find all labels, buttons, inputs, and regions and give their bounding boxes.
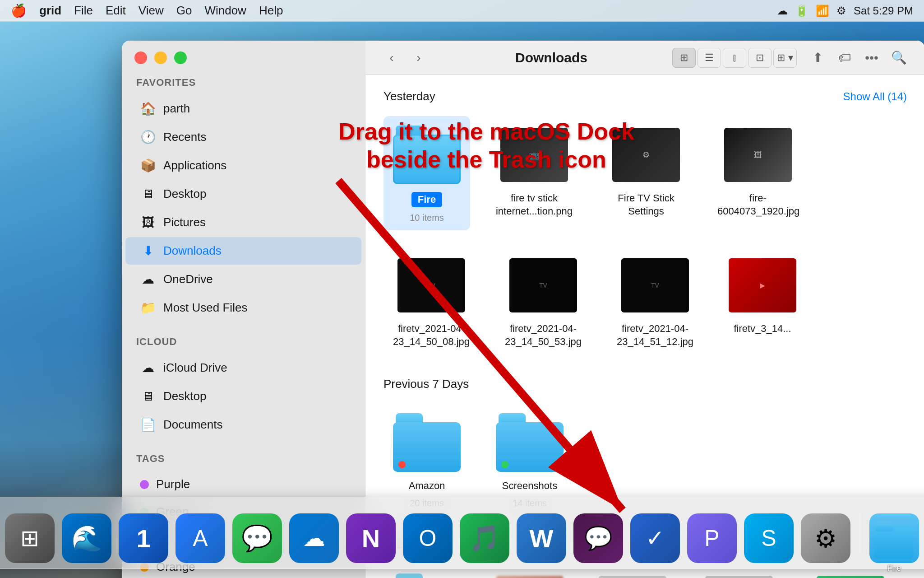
finder-menu[interactable]: grid — [39, 4, 61, 18]
edit-menu[interactable]: Edit — [106, 4, 126, 18]
sidebar-item-pictures[interactable]: 🖼 Pictures — [125, 209, 361, 236]
yesterday-grid: Fire 10 items 📺 fire tv stick internet..… — [383, 116, 907, 355]
dock-pixelmator[interactable]: P — [687, 513, 737, 563]
toolbar-title: Downloads — [439, 50, 663, 65]
apple-menu[interactable]: 🍎 — [11, 3, 27, 18]
yesterday-header: Yesterday Show All (14) — [383, 89, 907, 103]
forward-button[interactable]: › — [407, 48, 430, 68]
dock-launchpad-icon: ⊞ — [5, 513, 55, 563]
sidebar-item-most-used-label: Most Used Files — [163, 301, 247, 315]
downloads-icon: ⬇ — [140, 243, 156, 258]
dock-messages-icon: 💬 — [232, 513, 282, 563]
sidebar-item-documents[interactable]: 📄 Documents — [125, 411, 361, 438]
dock-messages[interactable]: 💬 — [232, 513, 282, 563]
dock-syspreferences[interactable]: ⚙ — [801, 513, 850, 563]
tag-button[interactable]: 🏷 — [833, 48, 856, 68]
dock-slack[interactable]: 💬 — [573, 513, 623, 563]
fire-folder-item[interactable]: Fire 10 items — [383, 116, 470, 230]
dock-edge[interactable]: 🌊 — [62, 513, 111, 563]
sidebar-icloud-section: iCloud ☁ iCloud Drive 🖥 Desktop 📄 Docume… — [122, 336, 365, 438]
firetv-red-thumb: ▶ — [729, 258, 796, 312]
firetv3-thumb: TV — [621, 258, 689, 312]
sidebar-item-parth[interactable]: 🏠 parth — [125, 95, 361, 122]
firetv-red-item[interactable]: ▶ firetv_3_14... — [719, 247, 806, 355]
close-button[interactable] — [134, 51, 147, 64]
firetv3-item[interactable]: TV firetv_2021-04-23_14_51_12.jpg — [607, 247, 703, 355]
dock-skype[interactable]: S — [744, 513, 794, 563]
back-button[interactable]: ‹ — [380, 48, 403, 68]
dock-appstore-icon: A — [176, 513, 225, 563]
sidebar-item-onedrive[interactable]: ☁ OneDrive — [125, 266, 361, 293]
view-buttons: ⊞ ☰ ⫿ ⊡ ⊞ ▾ — [672, 48, 797, 68]
dock-onedrive-icon: ☁ — [289, 513, 339, 563]
search-button[interactable]: 🔍 — [887, 48, 910, 68]
gallery-view-button[interactable]: ⊡ — [748, 48, 772, 68]
sidebar-item-desktop[interactable]: 🖥 Desktop — [125, 180, 361, 208]
yesterday-section: Yesterday Show All (14) Fire — [383, 89, 907, 355]
dock-onenote[interactable]: N — [346, 513, 396, 563]
sidebar-item-purple[interactable]: Purple — [125, 471, 361, 498]
column-view-button[interactable]: ⫿ — [723, 48, 746, 68]
help-menu[interactable]: Help — [259, 4, 283, 18]
sidebar-item-icloud-drive[interactable]: ☁ iCloud Drive — [125, 354, 361, 382]
applications-icon: 📦 — [140, 158, 156, 173]
show-all-yesterday[interactable]: Show All (14) — [843, 90, 907, 103]
dock-tasks[interactable]: ✓ — [630, 513, 680, 563]
icon-view-button[interactable]: ⊞ — [672, 48, 696, 68]
icloud-drive-icon: ☁ — [140, 360, 156, 375]
blur-image-thumb — [496, 576, 564, 578]
recents-icon: 🕐 — [140, 130, 156, 144]
fire-6004-item[interactable]: 🖼 fire-6004073_1920.jpg — [710, 116, 806, 230]
dock-onedrive[interactable]: ☁ — [289, 513, 339, 563]
file-menu[interactable]: File — [74, 4, 93, 18]
firetv2-name: firetv_2021-04-23_14_50_53.jpg — [503, 322, 584, 348]
sidebar-item-desktop-label: Desktop — [163, 187, 206, 201]
window-menu[interactable]: Window — [204, 4, 246, 18]
dock-fire-label: Fire — [887, 564, 901, 573]
dock-word[interactable]: W — [517, 513, 566, 563]
firetv1-item[interactable]: TV firetv_2021-04-23_14_50_08.jpg — [383, 247, 479, 355]
sidebar-item-icloud-desktop[interactable]: 🖥 Desktop — [125, 382, 361, 410]
dock-separator — [859, 513, 860, 553]
sidebar-item-most-used[interactable]: 📁 Most Used Files — [125, 294, 361, 322]
dock-appstore[interactable]: A — [176, 513, 225, 563]
favorites-label: Favorites — [122, 77, 365, 94]
more-button[interactable]: ••• — [860, 48, 883, 68]
icloud-desktop-icon: 🖥 — [140, 389, 156, 404]
fire-folder-meta: 10 items — [410, 213, 444, 223]
fire-tv-stick-item[interactable]: 📺 fire tv stick internet...tion.png — [486, 116, 582, 230]
sidebar-item-icloud-desktop-label: Desktop — [163, 389, 206, 403]
dock-outlook[interactable]: O — [403, 513, 453, 563]
yesterday-title: Yesterday — [383, 89, 435, 103]
menubar: 🍎 grid File Edit View Go Window Help ☁ 🔋… — [0, 0, 924, 22]
dock-launchpad[interactable]: ⊞ — [5, 513, 55, 563]
fire-tv-stick-name: fire tv stick internet...tion.png — [494, 192, 575, 218]
cloud-icon[interactable]: ☁ — [777, 5, 788, 17]
sidebar-item-applications[interactable]: 📦 Applications — [125, 152, 361, 179]
firetv2-item[interactable]: TV firetv_2021-04-23_14_50_53.jpg — [495, 247, 591, 355]
previous-7days-title: Previous 7 Days — [383, 377, 469, 391]
sidebar-item-recents-label: Recents — [163, 130, 206, 144]
dock-onepassword[interactable]: 1 — [119, 513, 168, 563]
wifi-icon[interactable]: 📶 — [816, 5, 829, 17]
sidebar-item-recents[interactable]: 🕐 Recents — [125, 123, 361, 151]
sidebar-item-pictures-label: Pictures — [163, 215, 206, 229]
view-menu[interactable]: View — [139, 4, 164, 18]
toolbar-actions: ⬆ 🏷 ••• 🔍 — [806, 48, 910, 68]
sidebar-item-downloads[interactable]: ⬇ Downloads — [125, 237, 361, 265]
dock-spotify[interactable]: 🎵 — [460, 513, 509, 563]
go-menu[interactable]: Go — [176, 4, 192, 18]
firetv2-thumb: TV — [509, 258, 577, 312]
maximize-button[interactable] — [174, 51, 187, 64]
dock-onepassword-icon: 1 — [119, 513, 168, 563]
control-center-icon[interactable]: ⚙ — [836, 5, 846, 17]
dock-fire-folder[interactable]: Fire — [869, 513, 919, 563]
sidebar-item-parth-label: parth — [163, 102, 190, 116]
desktop-icon: 🖥 — [140, 186, 156, 201]
dock-edge-icon: 🌊 — [62, 513, 111, 563]
list-view-button[interactable]: ☰ — [698, 48, 721, 68]
share-button[interactable]: ⬆ — [806, 48, 829, 68]
minimize-button[interactable] — [154, 51, 167, 64]
group-button[interactable]: ⊞ ▾ — [773, 48, 797, 68]
fire-tv-settings-item[interactable]: ⚙ Fire TV Stick Settings — [598, 116, 694, 230]
